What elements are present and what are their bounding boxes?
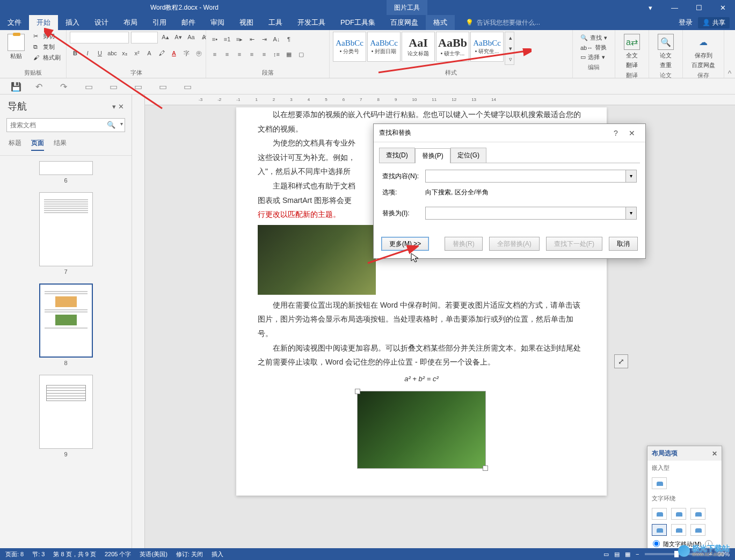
borders-icon[interactable]: ▢ (296, 49, 307, 60)
status-lang[interactable]: 英语(美国) (140, 550, 167, 558)
tab-developer[interactable]: 开发工具 (290, 15, 333, 30)
align-right-icon[interactable]: ≡ (234, 49, 245, 60)
style-item[interactable]: AaBb• 硕士学... (436, 32, 469, 62)
vertical-ruler[interactable] (132, 94, 145, 548)
pin-icon[interactable]: ▾ ✕ (112, 103, 124, 111)
tab-view[interactable]: 视图 (232, 15, 261, 30)
tab-picture-format[interactable]: 格式 (426, 15, 455, 30)
underline-icon[interactable]: U (94, 48, 105, 59)
tab-review[interactable]: 审阅 (203, 15, 232, 30)
enclose-icon[interactable]: ㊥ (193, 48, 204, 59)
chevron-down-icon[interactable]: ▾ (625, 207, 636, 219)
wrap-inline-icon[interactable] (652, 477, 667, 489)
wrap-topbottom-icon[interactable] (652, 524, 667, 536)
view-web-icon[interactable]: ▦ (625, 551, 630, 558)
qat-icon[interactable]: ▭ (110, 82, 119, 91)
horizontal-ruler[interactable]: -3-2-11234567891011121314 (145, 94, 735, 105)
style-item[interactable]: AaI论文标题 (402, 32, 435, 62)
select-button[interactable]: ▭选择▾ (580, 53, 607, 61)
tab-layout[interactable]: 布局 (116, 15, 145, 30)
line-spacing-icon[interactable]: ↕≡ (271, 49, 282, 60)
page-thumbnail[interactable] (39, 161, 93, 175)
status-track[interactable]: 修订: 关闭 (176, 550, 203, 558)
tab-file[interactable]: 文件 (0, 15, 29, 30)
nav-search[interactable]: 🔍 ▾ (6, 118, 125, 132)
ribbon-options-icon[interactable]: ▾ (638, 0, 663, 15)
search-dropdown-icon[interactable]: ▾ (120, 121, 123, 127)
show-marks-icon[interactable]: ¶ (283, 34, 294, 45)
view-read-icon[interactable]: ▭ (603, 551, 609, 558)
find-next-button[interactable]: 查找下一处(F) (546, 237, 602, 251)
login-link[interactable]: 登录 (679, 18, 693, 27)
cancel-button[interactable]: 取消 (609, 237, 638, 251)
tab-design[interactable]: 设计 (87, 15, 116, 30)
copy-button[interactable]: ⧉复制 (31, 42, 63, 52)
document-image[interactable] (258, 225, 376, 295)
document-image-selected[interactable] (357, 391, 486, 469)
status-page-of[interactable]: 第 8 页，共 9 页 (53, 550, 96, 558)
chevron-down-icon[interactable]: ▾ (625, 170, 636, 182)
shrink-font-icon[interactable]: A▾ (173, 32, 184, 42)
save-to-cloud-button[interactable]: ☁ 保存到 百度网盘 (686, 32, 721, 71)
shading-icon[interactable]: ▦ (283, 49, 294, 60)
tab-mailings[interactable]: 邮件 (174, 15, 203, 30)
tell-me-search[interactable]: 💡 告诉我您想要做什么... (465, 15, 540, 30)
format-painter-button[interactable]: 🖌格式刷 (31, 53, 63, 62)
tab-insert[interactable]: 插入 (58, 15, 87, 30)
close-icon[interactable]: ✕ (624, 129, 640, 137)
wrap-front-icon[interactable] (690, 524, 705, 536)
tab-tools[interactable]: 工具 (261, 15, 290, 30)
multilevel-icon[interactable]: ≡▸ (234, 34, 245, 45)
search-icon[interactable]: 🔍 (107, 121, 115, 129)
dialog-tab-goto[interactable]: 定位(G) (450, 148, 486, 163)
font-name-select[interactable] (70, 32, 129, 43)
nav-tab-results[interactable]: 结果 (54, 139, 67, 151)
italic-icon[interactable]: I (82, 48, 93, 59)
strike-icon[interactable]: abc (107, 48, 118, 59)
page-thumbnail[interactable] (39, 192, 93, 266)
bold-icon[interactable]: B (70, 48, 81, 59)
find-button[interactable]: 🔍查找▾ (580, 34, 607, 42)
replace-button[interactable]: ab↔替换 (580, 43, 607, 52)
indent-dec-icon[interactable]: ⇤ (246, 34, 257, 45)
plagiarism-button[interactable]: 🔍 论文 查重 (652, 32, 679, 71)
font-size-select[interactable] (131, 32, 158, 43)
font-color-icon[interactable]: A (169, 48, 179, 59)
maximize-button[interactable]: ☐ (687, 0, 711, 15)
paste-button[interactable]: 粘贴 (3, 32, 29, 62)
qat-icon[interactable]: ▭ (85, 82, 94, 91)
status-page[interactable]: 页面: 8 (5, 550, 24, 558)
wrap-through-icon[interactable] (690, 508, 705, 520)
tab-references[interactable]: 引用 (145, 15, 174, 30)
undo-icon[interactable]: ↶ (35, 82, 45, 91)
phonetic-icon[interactable]: 字 (181, 48, 192, 59)
redo-icon[interactable]: ↷ (60, 82, 70, 91)
style-item[interactable]: AaBbCc• 封面日期 (367, 32, 401, 62)
page-thumbnail-selected[interactable] (39, 283, 93, 358)
wrap-behind-icon[interactable] (671, 524, 686, 536)
tab-home[interactable]: 开始 (29, 15, 58, 30)
minimize-button[interactable]: — (663, 0, 687, 15)
numbering-icon[interactable]: ≡1 (222, 34, 232, 45)
status-mode[interactable]: 插入 (212, 550, 223, 558)
more-button[interactable]: 更多(M) >> (381, 237, 429, 251)
collapse-ribbon-icon[interactable]: ^ (724, 30, 735, 78)
distribute-icon[interactable]: ≡ (259, 49, 270, 60)
page-thumbnail[interactable] (39, 375, 93, 449)
close-window-button[interactable]: ✕ (711, 0, 735, 15)
nav-tab-pages[interactable]: 页面 (31, 139, 44, 151)
style-expand-icon[interactable]: ▿ (505, 54, 516, 64)
bullets-icon[interactable]: ≡• (209, 34, 220, 45)
replace-input[interactable]: ▾ (425, 207, 637, 220)
wrap-tight-icon[interactable] (671, 508, 686, 520)
superscript-icon[interactable]: x² (132, 48, 142, 59)
translate-button[interactable]: a⇄ 全文 翻译 (618, 32, 645, 71)
grow-font-icon[interactable]: A▴ (160, 32, 171, 42)
dialog-tab-replace[interactable]: 替换(P) (415, 148, 450, 163)
tab-pdf[interactable]: PDF工具集 (333, 15, 383, 30)
qat-icon[interactable]: ▭ (159, 82, 169, 91)
style-gallery[interactable]: AaBbCc• 分类号 AaBbCc• 封面日期 AaI论文标题 AaBb• 硕… (333, 32, 569, 65)
page-thumbnails[interactable]: 6 7 8 9 (0, 156, 132, 548)
close-icon[interactable]: ✕ (712, 450, 717, 457)
share-button[interactable]: 👤 共享 (698, 17, 730, 28)
